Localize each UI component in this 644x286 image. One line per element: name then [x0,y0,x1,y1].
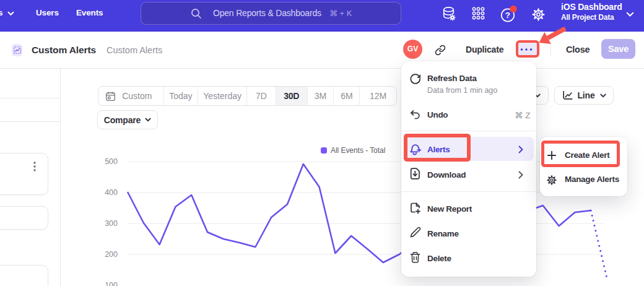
svg-text:?: ? [505,11,510,20]
